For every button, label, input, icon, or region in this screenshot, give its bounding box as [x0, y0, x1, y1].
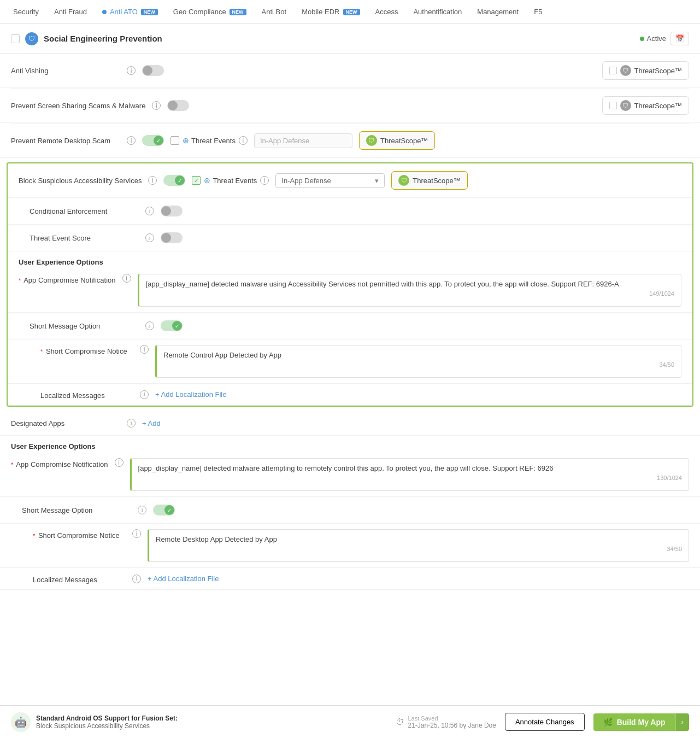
block-suspicious-threat-icon: ⊛ — [204, 176, 210, 185]
section2-short-message-toggle[interactable]: ✓ — [153, 505, 175, 516]
block-suspicious-in-app-arrow: ▾ — [375, 177, 379, 185]
app-compromise-value: [app_display_name] detected malware usin… — [146, 280, 674, 288]
block-suspicious-knob: ✓ — [175, 175, 185, 185]
anti-vishing-knob: ✓ — [143, 66, 152, 75]
nav-anti-bot[interactable]: Anti Bot — [255, 4, 293, 19]
add-localization-button[interactable]: + Add Localization File — [155, 390, 226, 399]
nav-anti-ato-label: Anti ATO — [110, 8, 138, 16]
nav-f5[interactable]: F5 — [527, 4, 549, 19]
anti-ato-badge: NEW — [141, 9, 158, 15]
nav-anti-bot-label: Anti Bot — [262, 8, 287, 16]
block-suspicious-ts-label: ThreatScope™ — [413, 177, 460, 185]
block-suspicious-in-app-select[interactable]: In-App Defense ▾ — [275, 173, 385, 188]
short-compromise-row: * Short Compromise Notice i Remote Contr… — [8, 339, 692, 384]
main-content: 🛡 Social Engineering Prevention Active 📅… — [0, 24, 700, 705]
ux-options-label: User Experience Options — [8, 251, 692, 268]
nav-geo-compliance[interactable]: Geo Compliance NEW — [167, 4, 253, 19]
app-compromise-required-star: * — [19, 277, 21, 284]
nav-management[interactable]: Management — [470, 4, 525, 19]
prevent-remote-threat-info[interactable]: i — [239, 136, 248, 145]
designated-apps-row: Designated Apps i + Add — [0, 411, 700, 436]
shield-icon: 🛡 — [25, 32, 38, 45]
nav-authentification[interactable]: Authentification — [407, 4, 468, 19]
section2-short-message-knob: ✓ — [164, 505, 174, 515]
prevent-remote-threatscope[interactable]: 🛡 ThreatScope™ — [359, 131, 435, 150]
page-select-checkbox[interactable] — [11, 34, 20, 43]
block-suspicious-toggle[interactable]: ✓ — [163, 175, 185, 186]
prevent-remote-threat-cb[interactable] — [170, 136, 179, 145]
anti-ato-dot — [102, 10, 107, 14]
short-message-toggle[interactable]: ✓ — [161, 320, 183, 331]
anti-vishing-info[interactable]: i — [127, 66, 136, 75]
block-suspicious-threat-cb[interactable]: ✓ — [192, 176, 201, 185]
nav-mobile-edr[interactable]: Mobile EDR NEW — [295, 4, 366, 19]
section2-short-compromise-value: Remote Desktop App Detected by App — [156, 535, 682, 543]
section2-short-compromise-label: * Short Compromise Notice — [33, 529, 126, 540]
prevent-screen-ts-checkbox[interactable] — [609, 102, 617, 109]
nav-anti-fraud[interactable]: Anti Fraud — [48, 4, 93, 19]
conditional-enforcement-toggle[interactable]: ✓ — [161, 206, 183, 216]
prevent-remote-label: Prevent Remote Desktop Scam — [11, 137, 120, 145]
prevent-remote-in-app-placeholder: In-App Defense — [260, 137, 309, 145]
short-compromise-value: Remote Control App Detected by App — [163, 351, 674, 359]
prevent-remote-threat-icon: ⊛ — [183, 136, 189, 145]
short-message-knob: ✓ — [172, 321, 182, 331]
prevent-screen-threatscope[interactable]: 🛡 ThreatScope™ — [602, 96, 689, 115]
block-suspicious-threat-info[interactable]: i — [260, 176, 269, 185]
nav-authentification-label: Authentification — [413, 8, 462, 16]
conditional-enforcement-row: Conditional Enforcement i ✓ — [8, 198, 692, 225]
section2-app-compromise-textarea[interactable]: [app_display_name] detected malware atte… — [130, 458, 689, 491]
designated-apps-info[interactable]: i — [127, 419, 136, 427]
block-suspicious-threatscope[interactable]: 🛡 ThreatScope™ — [391, 171, 467, 190]
short-message-info[interactable]: i — [145, 321, 154, 330]
section2-short-compromise-char-count: 34/50 — [156, 546, 682, 552]
section2-short-compromise-required-star: * — [33, 532, 35, 539]
prevent-remote-toggle[interactable]: ✓ — [142, 135, 164, 146]
section2-short-compromise-textarea[interactable]: Remote Desktop App Detected by App 34/50 — [148, 529, 689, 562]
app-compromise-info[interactable]: i — [122, 274, 131, 283]
short-compromise-info[interactable]: i — [140, 345, 149, 354]
app-compromise-textarea[interactable]: [app_display_name] detected malware usin… — [138, 274, 681, 307]
conditional-enforcement-label: Conditional Enforcement — [30, 207, 139, 215]
threat-event-score-toggle[interactable]: ✓ — [161, 232, 183, 243]
short-compromise-char-count: 34/50 — [163, 361, 674, 368]
conditional-enforcement-knob: ✓ — [161, 206, 171, 216]
anti-vishing-ts-checkbox[interactable] — [609, 67, 617, 74]
prevent-screen-toggle[interactable]: ✓ — [167, 100, 189, 111]
app-compromise-field: [app_display_name] detected malware usin… — [138, 274, 681, 307]
section2-short-compromise-info[interactable]: i — [132, 529, 141, 538]
section2-localized-messages-info[interactable]: i — [132, 575, 141, 583]
prevent-remote-info[interactable]: i — [127, 136, 136, 145]
designated-apps-add-button[interactable]: + Add — [142, 419, 161, 427]
threat-event-score-info[interactable]: i — [145, 233, 154, 242]
conditional-enforcement-info[interactable]: i — [145, 207, 154, 215]
nav-anti-ato[interactable]: Anti ATO NEW — [96, 4, 164, 19]
top-nav: Security Anti Fraud Anti ATO NEW Geo Com… — [0, 0, 700, 24]
nav-security[interactable]: Security — [7, 4, 45, 19]
block-suspicious-info[interactable]: i — [148, 176, 157, 185]
section2-short-message-row: Short Message Option i ✓ — [0, 497, 700, 524]
app-compromise-char-count: 149/1024 — [146, 290, 674, 297]
section2-app-compromise-row: * App Compromise Notification i [app_dis… — [0, 453, 700, 497]
app-compromise-label: * App Compromise Notification — [19, 274, 116, 284]
nav-security-label: Security — [13, 8, 39, 16]
short-compromise-label: * Short Compromise Notice — [40, 345, 133, 355]
section2-short-message-info[interactable]: i — [138, 506, 146, 514]
short-compromise-required-star: * — [40, 348, 43, 355]
short-compromise-textarea[interactable]: Remote Control App Detected by App 34/50 — [155, 345, 681, 378]
prevent-screen-ts-icon: 🛡 — [620, 100, 631, 111]
prevent-remote-in-app-select[interactable]: In-App Defense — [254, 133, 352, 148]
section2-add-localization-button[interactable]: + Add Localization File — [148, 575, 219, 583]
calendar-button[interactable]: 📅 — [670, 32, 689, 45]
block-suspicious-in-app-value: In-App Defense — [281, 177, 331, 185]
prevent-screen-info[interactable]: i — [152, 101, 161, 110]
section2-app-compromise-info[interactable]: i — [115, 458, 123, 467]
localized-messages-info[interactable]: i — [140, 390, 149, 399]
block-suspicious-section: Block Suspicious Accessibility Services … — [7, 162, 693, 407]
short-message-label: Short Message Option — [30, 322, 139, 330]
nav-access[interactable]: Access — [369, 4, 405, 19]
nav-f5-label: F5 — [534, 8, 542, 16]
anti-vishing-threatscope[interactable]: 🛡 ThreatScope™ — [602, 61, 689, 80]
nav-mobile-edr-label: Mobile EDR — [302, 8, 339, 16]
anti-vishing-toggle[interactable]: ✓ — [142, 65, 164, 76]
